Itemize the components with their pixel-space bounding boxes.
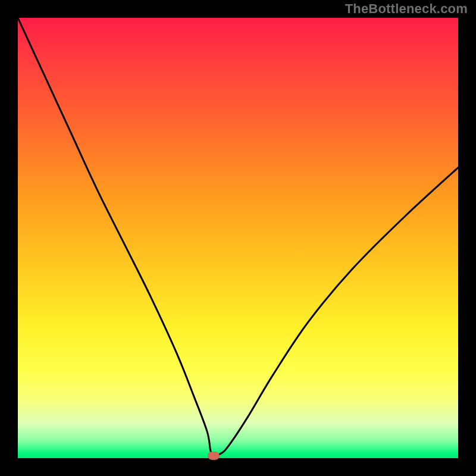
bottleneck-curve	[18, 18, 458, 458]
min-point-marker	[208, 452, 220, 460]
watermark-text: TheBottleneck.com	[345, 1, 468, 17]
chart-frame: TheBottleneck.com	[0, 0, 476, 476]
plot-area	[18, 18, 458, 458]
